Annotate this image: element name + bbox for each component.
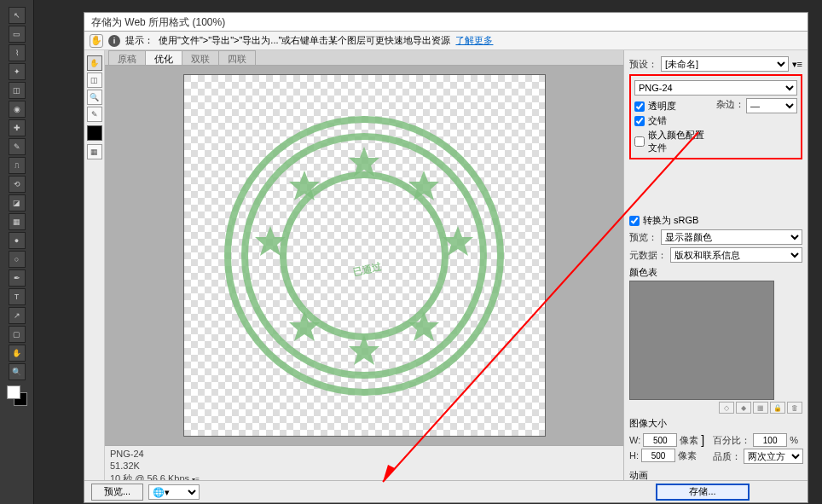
metadata-label: 元数据： bbox=[629, 249, 667, 262]
hand-tool[interactable]: ✋ bbox=[9, 345, 26, 362]
ct-icon-4[interactable]: 🔒 bbox=[770, 402, 785, 414]
svg-marker-9 bbox=[289, 311, 320, 341]
hint-prefix: 提示： bbox=[125, 34, 153, 47]
convert-srgb-checkbox[interactable]: 转换为 sRGB bbox=[629, 214, 802, 227]
preview-area: 原稿 优化 双联 四联 bbox=[105, 50, 623, 480]
tab-4up[interactable]: 四联 bbox=[218, 50, 256, 65]
width-unit: 像素 bbox=[680, 434, 698, 447]
preview-tabs: 原稿 优化 双联 四联 bbox=[105, 50, 623, 66]
imagesize-title: 图像大小 bbox=[629, 417, 802, 430]
photoshop-tool-panel: ↖ ▭ ⌇ ✦ ◫ ◉ ✚ ✎ ⎍ ⟲ ◪ ▦ ● ○ ✒ T ↗ ▢ ✋ 🔍 bbox=[0, 0, 34, 504]
svg-marker-8 bbox=[408, 171, 439, 200]
quality-label: 品质： bbox=[713, 450, 741, 463]
embed-profile-checkbox[interactable]: 嵌入颜色配置文件 bbox=[634, 129, 711, 154]
heal-tool[interactable]: ✚ bbox=[9, 119, 26, 136]
preset-select[interactable]: [未命名] bbox=[661, 56, 789, 72]
ct-icon-1[interactable]: ◇ bbox=[719, 402, 734, 414]
color-swatch[interactable] bbox=[7, 385, 27, 406]
stamp-tool[interactable]: ⎍ bbox=[9, 157, 26, 174]
svg-marker-7 bbox=[289, 171, 320, 200]
eyedropper-tool[interactable]: ◉ bbox=[9, 101, 26, 118]
width-input[interactable] bbox=[643, 433, 677, 447]
preset-label: 预设： bbox=[629, 58, 657, 71]
zoom-tool-dlg[interactable]: 🔍 bbox=[87, 90, 102, 105]
hand-tool-dlg[interactable]: ✋ bbox=[87, 55, 102, 71]
history-tool[interactable]: ⟲ bbox=[9, 176, 26, 193]
anim-title: 动画 bbox=[629, 469, 802, 480]
transparency-checkbox[interactable]: 透明度 bbox=[634, 100, 711, 113]
dialog-footer: 预览... 🌐▾ 存储... bbox=[84, 480, 808, 502]
crop-tool[interactable]: ◫ bbox=[9, 82, 26, 99]
slice-visibility[interactable]: ▦ bbox=[87, 144, 102, 159]
path-tool[interactable]: ↗ bbox=[9, 307, 26, 324]
canvas: 已通过 bbox=[183, 74, 546, 437]
hint-text: 使用"文件">"导出">"导出为..."或右键单击某个图层可更快速地导出资源 bbox=[159, 34, 450, 47]
height-unit: 像素 bbox=[678, 449, 697, 462]
link-wh-icon[interactable]: ] bbox=[701, 433, 704, 447]
width-label: W: bbox=[629, 435, 640, 445]
eyedropper-color[interactable] bbox=[87, 125, 102, 141]
color-table[interactable] bbox=[629, 281, 774, 400]
interlace-checkbox[interactable]: 交错 bbox=[634, 114, 711, 127]
shape-tool[interactable]: ▢ bbox=[9, 326, 26, 343]
metadata-select[interactable]: 版权和联系信息 bbox=[670, 247, 802, 263]
colortable-title: 颜色表 bbox=[629, 266, 802, 279]
save-button[interactable]: 存储... bbox=[656, 484, 750, 501]
preview-label: 预览： bbox=[629, 231, 657, 244]
pct-label: 百分比： bbox=[713, 434, 750, 447]
learn-more-link[interactable]: 了解更多 bbox=[455, 34, 493, 47]
blur-tool[interactable]: ● bbox=[9, 232, 26, 249]
preset-menu-icon[interactable]: ▾≡ bbox=[792, 59, 802, 70]
info-speed: 10 秒 @ 56.6 Kbps bbox=[110, 473, 189, 480]
info-format: PNG-24 bbox=[110, 448, 618, 460]
matte-label: 杂边： bbox=[716, 98, 744, 111]
svg-marker-10 bbox=[408, 311, 439, 341]
format-select[interactable]: PNG-24 bbox=[634, 80, 797, 96]
type-tool[interactable]: T bbox=[9, 288, 26, 305]
pen-tool[interactable]: ✒ bbox=[9, 269, 26, 287]
pct-input[interactable] bbox=[753, 433, 787, 447]
save-for-web-dialog: 存储为 Web 所用格式 (100%) ✋ i 提示： 使用"文件">"导出">… bbox=[84, 12, 808, 503]
gradient-tool[interactable]: ▦ bbox=[9, 213, 26, 230]
marquee-tool[interactable]: ▭ bbox=[9, 26, 26, 43]
height-input[interactable] bbox=[641, 449, 675, 462]
dialog-left-tools: ✋ ◫ 🔍 ✎ ▦ bbox=[84, 50, 105, 480]
slice-tool-dlg[interactable]: ◫ bbox=[87, 72, 102, 88]
stamp-image: 已通过 bbox=[219, 111, 509, 401]
file-info: PNG-24 51.32K 10 秒 @ 56.6 Kbps ▾≡ bbox=[105, 445, 623, 480]
zoom-tool[interactable]: 🔍 bbox=[9, 363, 26, 380]
hand-icon[interactable]: ✋ bbox=[90, 34, 103, 48]
ct-icon-5[interactable]: 🗑 bbox=[787, 402, 802, 414]
svg-point-2 bbox=[283, 175, 445, 337]
ct-icon-3[interactable]: ▦ bbox=[753, 402, 768, 414]
brush-tool[interactable]: ✎ bbox=[9, 138, 26, 155]
eyedropper-tool-dlg[interactable]: ✎ bbox=[87, 107, 102, 122]
quality-select[interactable]: 两次立方 bbox=[744, 449, 803, 464]
pct-unit: % bbox=[790, 435, 798, 445]
wand-tool[interactable]: ✦ bbox=[9, 63, 26, 80]
tab-optimized[interactable]: 优化 bbox=[145, 50, 182, 65]
browser-preview-button[interactable]: 预览... bbox=[91, 484, 143, 501]
colortable-icons: ◇ ◆ ▦ 🔒 🗑 bbox=[629, 402, 802, 414]
ct-icon-2[interactable]: ◆ bbox=[736, 402, 751, 414]
dialog-title: 存储为 Web 所用格式 (100%) bbox=[84, 13, 808, 32]
tab-original[interactable]: 原稿 bbox=[108, 50, 146, 65]
svg-marker-4 bbox=[349, 335, 379, 365]
canvas-wrap[interactable]: 已通过 bbox=[105, 66, 623, 445]
settings-panel: 预设： [未命名] ▾≡ PNG-24 透明度 交错 嵌入颜色配置文件 杂边： bbox=[623, 50, 808, 480]
move-tool[interactable]: ↖ bbox=[9, 7, 26, 24]
svg-text:已通过: 已通过 bbox=[352, 261, 383, 277]
lasso-tool[interactable]: ⌇ bbox=[9, 44, 26, 61]
dialog-hint-bar: ✋ i 提示： 使用"文件">"导出">"导出为..."或右键单击某个图层可更快… bbox=[84, 32, 808, 50]
dodge-tool[interactable]: ○ bbox=[9, 251, 26, 268]
height-label: H: bbox=[629, 450, 639, 461]
info-icon: i bbox=[108, 35, 120, 47]
browser-select[interactable]: 🌐▾ bbox=[148, 484, 200, 500]
eraser-tool[interactable]: ◪ bbox=[9, 194, 26, 211]
format-highlight-box: PNG-24 透明度 交错 嵌入颜色配置文件 杂边： — bbox=[629, 74, 802, 159]
info-size: 51.32K bbox=[110, 460, 618, 472]
preview-select[interactable]: 显示器颜色 bbox=[661, 229, 802, 245]
tab-2up[interactable]: 双联 bbox=[182, 50, 219, 65]
matte-select[interactable]: — bbox=[746, 98, 797, 113]
